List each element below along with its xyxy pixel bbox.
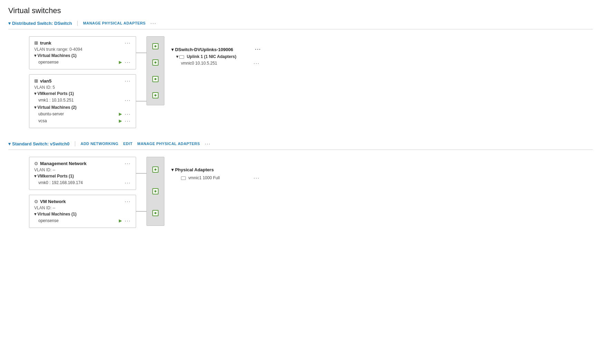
distributed-switch-label: Distributed Switch: DSwitch (12, 21, 72, 26)
network-icon: ⊙ (34, 161, 38, 166)
ds-vmnic: vmnic0 10.10.5.251 ··· (171, 60, 261, 67)
port-indicator-3 (152, 76, 159, 82)
vmnet-dots[interactable]: ··· (125, 199, 131, 204)
ss-switch-bar (146, 157, 164, 226)
chevron-down-icon: ▾ (34, 53, 36, 58)
manage-physical-adapters-link-ss[interactable]: MANAGE PHYSICAL ADAPTERS (137, 142, 200, 146)
ds-uplink-title: DSwitch-DVUplinks-109006 (175, 47, 233, 52)
vmnet-opensense-dots[interactable]: ··· (125, 218, 131, 223)
vmk0-dots[interactable]: ··· (125, 180, 131, 185)
vmnet-opensense: opensense ▶ ··· (34, 217, 131, 224)
play-icon[interactable]: ▶ (119, 118, 122, 123)
mgmt-vmk0: vmk0 : 192.168.169.174 ··· (34, 179, 131, 186)
vlan5-vmkernel-label: ▾ VMkernel Ports (1) (34, 91, 131, 96)
page-title: Virtual switches (8, 6, 593, 15)
vlan5-group-row: ⊞ vlan5 ··· VLAN ID: 5 ▾ VMkernel Ports … (29, 74, 146, 128)
distributed-switch-link[interactable]: Distributed Switch: DSwitch (8, 21, 72, 26)
vcsa-label: vcsa (38, 118, 47, 123)
port-indicator-1 (152, 43, 159, 49)
vlan5-meta: VLAN ID: 5 (34, 85, 131, 90)
chevron-down-icon: ▾ (34, 174, 36, 179)
trunk-dots[interactable]: ··· (125, 40, 131, 46)
mgmt-title: Management Network (40, 161, 86, 166)
mgmt-port-group: ⊙ Management Network ··· VLAN ID: -- ▾ V… (29, 157, 136, 190)
ss-port-indicator-2 (152, 188, 159, 194)
ss-physical-panel: ▾ Physical Adapters vmnic1 1000 Full ··· (171, 157, 261, 181)
standard-switch-header: Standard Switch: vSwitch0 | ADD NETWORKI… (8, 141, 593, 150)
port-group-icon: ⊞ (34, 40, 38, 46)
vmnet-group-row: ⊙ VM Network ··· VLAN ID: -- ▾ Virtual M… (29, 195, 146, 228)
vmnet-meta: VLAN ID: -- (34, 205, 131, 210)
manage-physical-adapters-link-ds[interactable]: MANAGE PHYSICAL ADAPTERS (83, 21, 146, 25)
ss-port-indicator-1 (152, 166, 159, 173)
mgmt-vmkernel-label: ▾ VMkernel Ports (1) (34, 174, 131, 179)
chevron-down-icon: ▾ (171, 167, 174, 172)
chevron-down-icon (8, 21, 11, 26)
vlan5-ubuntu: ubuntu-server ▶ ··· (34, 111, 131, 117)
standard-switch-dots[interactable]: ··· (205, 141, 211, 146)
ss-port-indicator-3 (152, 210, 159, 216)
mgmt-meta: VLAN ID: -- (34, 167, 131, 172)
ss-vmnic-label: vmnic1 1000 Full (188, 175, 220, 180)
vlan5-title: vlan5 (40, 78, 51, 84)
vmnet-vm-label: ▾ Virtual Machines (1) (34, 212, 131, 217)
standard-switch-link[interactable]: Standard Switch: vSwitch0 (8, 141, 69, 146)
trunk-vm-opensense: opensense ▶ ··· (34, 59, 131, 66)
distributed-switch-header: Distributed Switch: DSwitch | MANAGE PHY… (8, 20, 593, 29)
vmnet-opensense-label: opensense (38, 218, 59, 223)
chevron-down-icon: ▾ (34, 212, 36, 217)
ubuntu-dots[interactable]: ··· (125, 111, 131, 117)
vmnet-connector (136, 211, 146, 212)
chevron-down-icon: ▾ (34, 105, 36, 110)
distributed-switch-dots[interactable]: ··· (151, 20, 157, 26)
port-indicator-4 (152, 92, 159, 98)
standard-switch-diagram: ⊙ Management Network ··· VLAN ID: -- ▾ V… (8, 157, 593, 228)
ds-vmnic-dots[interactable]: ··· (254, 60, 260, 66)
chevron-down-icon: ▾ (176, 54, 178, 59)
port-group-icon: ⊞ (34, 78, 38, 84)
ss-physical-title: Physical Adapters (175, 167, 214, 172)
ds-uplink-dots[interactable]: ··· (255, 47, 261, 52)
chevron-down-icon: ▾ (34, 91, 36, 96)
vcsa-dots[interactable]: ··· (125, 118, 131, 124)
ds-port-groups: ⊞ trunk ··· VLAN trunk range: 0-4094 ▾ V… (29, 36, 146, 128)
trunk-vm-label: ▾ Virtual Machines (1) (34, 53, 131, 58)
trunk-title: trunk (40, 40, 51, 46)
vlan5-vcsa: vcsa ▶ ··· (34, 117, 131, 124)
opensense-dots[interactable]: ··· (125, 59, 131, 65)
port-indicator-2 (152, 59, 159, 66)
chevron-down-icon: ▾ (171, 47, 174, 52)
mgmt-group-row: ⊙ Management Network ··· VLAN ID: -- ▾ V… (29, 157, 146, 190)
ds-uplink-panel: ▾ DSwitch-DVUplinks-109006 ··· ▾ Uplink … (171, 36, 261, 67)
ds-uplink-sub: ▾ Uplink 1 (1 NIC Adapters) (171, 54, 261, 59)
play-icon[interactable]: ▶ (119, 60, 122, 65)
standard-switch-label: Standard Switch: vSwitch0 (12, 141, 69, 146)
mgmt-dots[interactable]: ··· (125, 161, 131, 166)
vlan5-connector (136, 101, 146, 102)
vlan5-port-group: ⊞ vlan5 ··· VLAN ID: 5 ▾ VMkernel Ports … (29, 74, 136, 128)
nic-icon (181, 176, 186, 180)
trunk-meta: VLAN trunk range: 0-4094 (34, 47, 131, 52)
vlan5-vm-label: ▾ Virtual Machines (2) (34, 105, 131, 110)
vmk1-label: vmk1 : 10.10.5.251 (38, 98, 74, 103)
edit-link[interactable]: EDIT (123, 142, 133, 146)
vmnet-port-group: ⊙ VM Network ··· VLAN ID: -- ▾ Virtual M… (29, 195, 136, 228)
trunk-group-row: ⊞ trunk ··· VLAN trunk range: 0-4094 ▾ V… (29, 36, 146, 69)
vmnet-title: VM Network (40, 199, 66, 204)
ds-switch-bar (146, 36, 164, 105)
network-icon: ⊙ (34, 199, 38, 204)
ss-port-groups: ⊙ Management Network ··· VLAN ID: -- ▾ V… (29, 157, 146, 228)
trunk-connector (136, 52, 146, 53)
ss-vmnic: vmnic1 1000 Full ··· (171, 174, 261, 181)
ss-vmnic-dots[interactable]: ··· (254, 175, 260, 181)
play-icon[interactable]: ▶ (119, 112, 122, 116)
trunk-port-group: ⊞ trunk ··· VLAN trunk range: 0-4094 ▾ V… (29, 36, 136, 69)
opensense-label: opensense (38, 60, 59, 65)
vmk1-dots[interactable]: ··· (125, 97, 131, 103)
add-networking-link[interactable]: ADD NETWORKING (80, 142, 118, 146)
vlan5-dots[interactable]: ··· (125, 78, 131, 84)
play-icon[interactable]: ▶ (119, 218, 122, 223)
nic-icon (179, 55, 184, 59)
ds-vmnic-label: vmnic0 10.10.5.251 (181, 61, 217, 66)
vmk0-label: vmk0 : 192.168.169.174 (38, 180, 83, 185)
